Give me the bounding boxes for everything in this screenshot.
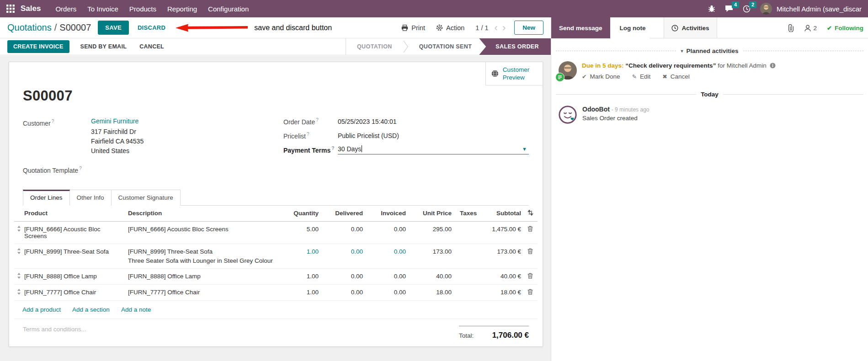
pricelist-field: Pricelist? Public Pricelist (USD) <box>283 131 529 140</box>
form-fields-right: Order Date? 05/25/2023 15:40:01 Pricelis… <box>283 117 529 175</box>
menu-orders[interactable]: Orders <box>50 1 82 17</box>
create-invoice-button[interactable]: CREATE INVOICE <box>7 40 69 53</box>
menu-products[interactable]: Products <box>124 1 162 17</box>
cell-invoiced[interactable]: 0.00 <box>365 269 408 284</box>
mark-done-button[interactable]: ✔Mark Done <box>582 73 620 80</box>
payment-terms-input[interactable]: 30 Days ▼ <box>338 145 529 154</box>
delete-line-icon[interactable] <box>523 269 538 284</box>
new-button[interactable]: New <box>514 21 543 35</box>
cancel-x-icon: ✖ <box>662 73 667 80</box>
cell-description[interactable]: [FURN_8999] Three-Seat Sofa Three Seater… <box>126 244 282 268</box>
user-avatar[interactable] <box>760 3 772 15</box>
pager-previous-icon[interactable]: ‹ <box>492 23 500 33</box>
cell-taxes[interactable] <box>453 269 479 277</box>
cell-delivered[interactable]: 0.00 <box>320 269 365 284</box>
menu-configuration[interactable]: Configuration <box>202 1 254 17</box>
menu-to-invoice[interactable]: To Invoice <box>82 1 124 17</box>
cell-invoiced[interactable]: 0.00 <box>365 285 408 300</box>
save-button[interactable]: SAVE <box>98 21 129 35</box>
pricelist-value[interactable]: Public Pricelist (USD) <box>338 132 399 139</box>
customer-value: Gemini Furniture 317 Fairchild Dr Fairfi… <box>91 117 144 156</box>
cell-unit-price[interactable]: 295.00 <box>408 222 453 237</box>
add-a-note-link[interactable]: Add a note <box>121 306 151 313</box>
following-button[interactable]: ✔ Following <box>827 25 863 32</box>
drag-handle-icon[interactable] <box>14 244 22 260</box>
cell-unit-price[interactable]: 18.00 <box>408 285 453 300</box>
send-by-email-button[interactable]: SEND BY EMAIL <box>76 40 132 53</box>
annotation-text: save and discard button <box>254 24 332 32</box>
customer-preview-button[interactable]: Customer Preview <box>485 62 543 85</box>
cell-description[interactable]: [FURN_8888] Office Lamp <box>126 269 282 284</box>
activities-clock-icon[interactable]: 2 <box>743 5 751 13</box>
delete-line-icon[interactable] <box>523 285 538 300</box>
stage-quotation-sent[interactable]: QUOTATION SENT <box>408 38 479 55</box>
activities-tab[interactable]: Activities <box>664 17 717 38</box>
drag-handle-icon[interactable] <box>14 222 22 237</box>
tab-other-info[interactable]: Other Info <box>70 190 112 206</box>
user-menu[interactable]: Mitchell Admin (save_discar <box>777 5 862 13</box>
info-icon[interactable] <box>770 63 776 69</box>
customer-link[interactable]: Gemini Furniture <box>91 117 138 126</box>
stage-sales-order[interactable]: SALES ORDER <box>479 38 551 55</box>
menu-reporting[interactable]: Reporting <box>162 1 202 17</box>
following-label: Following <box>835 25 863 32</box>
log-note-button[interactable]: Log note <box>612 17 654 38</box>
notebook-tabs: Order Lines Other Info Customer Signatur… <box>23 190 529 206</box>
cell-delivered[interactable]: 0.00 <box>320 285 365 300</box>
cell-description[interactable]: [FURN_7777] Office Chair <box>126 285 282 300</box>
cell-invoiced[interactable]: 0.00 <box>365 244 408 259</box>
cell-unit-price[interactable]: 40.00 <box>408 269 453 284</box>
cancel-activity-button[interactable]: ✖Cancel <box>662 73 690 80</box>
add-a-product-link[interactable]: Add a product <box>22 306 61 313</box>
stage-quotation[interactable]: QUOTATION <box>346 38 403 55</box>
attachment-paperclip-icon[interactable] <box>788 24 794 32</box>
cell-quantity[interactable]: 1.00 <box>282 269 320 284</box>
planned-activities-toggle[interactable]: ▾ Planned activities <box>681 48 738 54</box>
send-message-button[interactable]: Send message <box>551 17 610 38</box>
cell-product[interactable]: [FURN_8888] Office Lamp <box>22 269 126 284</box>
dropdown-caret-icon[interactable]: ▼ <box>522 146 529 152</box>
cell-description[interactable]: [FURN_6666] Acoustic Bloc Screens <box>126 222 282 237</box>
chatter-topbar-icons: 2 ✔ Following <box>788 17 868 38</box>
discard-button[interactable]: DISCARD <box>135 21 168 34</box>
delete-line-icon[interactable] <box>523 222 538 237</box>
cell-quantity[interactable]: 1.00 <box>282 244 320 259</box>
messages-icon[interactable]: 4 <box>725 5 733 12</box>
debug-bug-icon[interactable] <box>708 5 715 12</box>
quotation-template-field[interactable]: Quotation Template? <box>23 164 283 175</box>
edit-activity-button[interactable]: ✎Edit <box>632 73 651 80</box>
cell-product[interactable]: [FURN_8999] Three-Seat Sofa <box>22 244 126 259</box>
cell-taxes[interactable] <box>453 222 479 230</box>
order-total: Total: 1,706.00 € <box>459 326 529 340</box>
cell-quantity[interactable]: 1.00 <box>282 285 320 300</box>
cell-quantity[interactable]: 5.00 <box>282 222 320 237</box>
cell-invoiced[interactable]: 0.00 <box>365 222 408 237</box>
tab-order-lines[interactable]: Order Lines <box>23 190 70 206</box>
cell-product[interactable]: [FURN_7777] Office Chair <box>22 285 126 300</box>
cell-unit-price[interactable]: 173.00 <box>408 244 453 259</box>
help-marker: ? <box>79 166 82 171</box>
terms-and-conditions-placeholder[interactable]: Terms and conditions... <box>23 326 86 333</box>
cell-taxes[interactable] <box>453 285 479 293</box>
top-navbar: Sales Orders To Invoice Products Reporti… <box>0 0 868 17</box>
drag-handle-icon[interactable] <box>14 285 22 300</box>
print-button[interactable]: Print <box>401 24 425 32</box>
pager-next-icon[interactable]: › <box>500 23 508 33</box>
cell-taxes[interactable] <box>453 244 479 252</box>
cell-product[interactable]: [FURN_6666] Acoustic Bloc Screens <box>22 222 126 244</box>
cell-delivered[interactable]: 0.00 <box>320 244 365 259</box>
drag-handle-icon[interactable] <box>14 269 22 284</box>
action-button[interactable]: Action <box>436 24 464 32</box>
cell-delivered[interactable]: 0.00 <box>320 222 365 237</box>
cancel-button[interactable]: CANCEL <box>135 40 169 53</box>
tab-customer-signature[interactable]: Customer Signature <box>112 190 181 206</box>
order-date-value[interactable]: 05/25/2023 15:40:01 <box>338 118 396 125</box>
followers-button[interactable]: 2 <box>804 25 817 32</box>
apps-grid-icon[interactable] <box>6 5 15 13</box>
app-name[interactable]: Sales <box>21 4 41 13</box>
delete-line-icon[interactable] <box>523 244 538 260</box>
breadcrumb-quotations-link[interactable]: Quotations <box>7 22 52 32</box>
message-author[interactable]: OdooBot <box>582 106 610 113</box>
optional-columns-icon[interactable] <box>523 206 538 221</box>
add-a-section-link[interactable]: Add a section <box>72 306 110 313</box>
